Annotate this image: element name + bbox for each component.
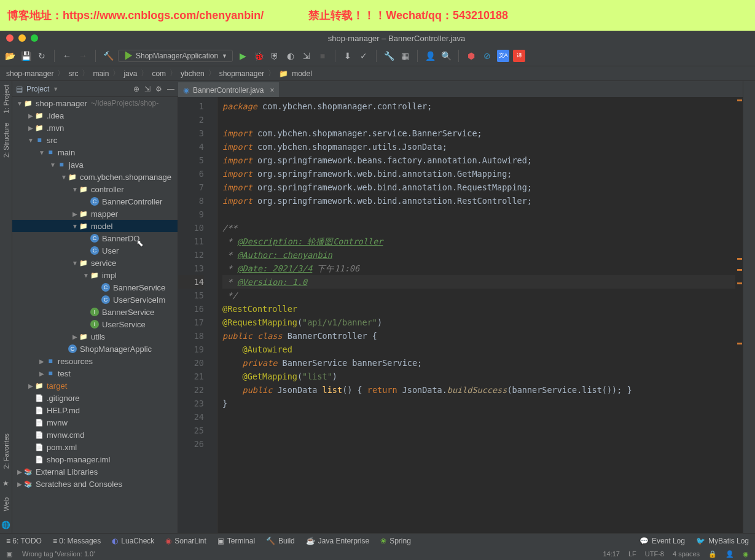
tree-node-pom-xml[interactable]: pom.xml (12, 441, 178, 453)
star-icon[interactable]: ★ (2, 479, 9, 488)
tree-node-controller[interactable]: ▼controller (12, 183, 178, 195)
tree-node-mapper[interactable]: ▶mapper (12, 208, 178, 220)
bottom-tab-java-ee[interactable]: ☕Java Enterprise (306, 537, 369, 545)
tree-node-external[interactable]: ▶📚External Libraries (12, 465, 178, 478)
bottom-tab-mybatis[interactable]: 🐦MyBatis Log (696, 537, 749, 545)
left-tab-favorites[interactable]: 2: Favorites (2, 434, 10, 469)
tree-node-impl[interactable]: ▼impl (12, 269, 178, 281)
tree-node-shop-manager-iml[interactable]: shop-manager.iml (12, 453, 178, 465)
back-icon[interactable]: ← (61, 50, 73, 62)
editor-tab[interactable]: ◉ BannerController.java × (178, 82, 279, 97)
bottom-tab-terminal[interactable]: ▣Terminal (217, 537, 255, 545)
bottom-tab-todo[interactable]: ≡ 6: TODO (6, 537, 42, 545)
crumb[interactable]: model (292, 69, 312, 78)
inspections-icon[interactable]: 👤 (726, 550, 734, 558)
tree-node-mvnw-cmd[interactable]: mvnw.cmd (12, 429, 178, 441)
memory-icon[interactable]: ◉ (743, 550, 749, 558)
minimize-window-icon[interactable] (18, 34, 26, 42)
tree-node-UserService[interactable]: UserService (12, 318, 178, 330)
tree-node-scratches[interactable]: ▶📚Scratches and Consoles (12, 478, 178, 490)
line-separator[interactable]: LF (628, 550, 636, 558)
profile-icon[interactable]: ◐ (284, 50, 297, 62)
tree-node-java[interactable]: ▼java (12, 158, 178, 171)
tree-node-User[interactable]: User (12, 244, 178, 257)
tree-node-mvnw[interactable]: mvnw (12, 416, 178, 429)
crumb[interactable]: java (123, 69, 137, 78)
tree-node--idea[interactable]: ▶.idea (12, 109, 178, 122)
project-combo-icon[interactable]: ▤ (16, 85, 23, 93)
tree-node-src[interactable]: ▼src (12, 134, 178, 146)
tree-node-BannerDO[interactable]: BannerDO (12, 232, 178, 244)
crumb[interactable]: shop-manager (6, 69, 53, 78)
run-icon[interactable]: ▶ (237, 50, 249, 62)
deactivate-icon[interactable]: ⊘ (481, 50, 493, 62)
tree-node-HELP-md[interactable]: HELP.md (12, 404, 178, 416)
crumb[interactable]: src (68, 69, 78, 78)
select-opened-icon[interactable]: ⊕ (133, 85, 139, 93)
tree-node-BannerService[interactable]: BannerService (12, 306, 178, 318)
close-tab-icon[interactable]: × (270, 86, 274, 95)
search-icon[interactable]: 🔍 (440, 50, 452, 62)
bottom-tab-event-log[interactable]: 💬Event Log (640, 537, 685, 545)
close-window-icon[interactable] (6, 34, 14, 42)
tree-node-com-ybchen-shopmanage[interactable]: ▼com.ybchen.shopmanage (12, 171, 178, 183)
bottom-tab-luacheck[interactable]: ◐LuaCheck (112, 537, 154, 545)
cursor-position[interactable]: 14:17 (603, 550, 620, 558)
project-tree[interactable]: ▼shop-manager~/IdeaProjects/shop-▶.idea▶… (12, 97, 178, 533)
file-encoding[interactable]: UTF-8 (645, 550, 664, 558)
gear-icon[interactable]: ⚙ (155, 85, 162, 93)
bottom-tab-spring[interactable]: ❀Spring (380, 537, 411, 545)
jrebel-icon[interactable]: ⬢ (465, 50, 477, 62)
vcs-commit-icon[interactable]: ✓ (358, 50, 370, 62)
tree-node-BannerController[interactable]: BannerController (12, 195, 178, 208)
forward-icon[interactable]: → (77, 50, 89, 62)
readonly-lock-icon[interactable]: 🔒 (708, 550, 717, 558)
crumb[interactable]: shopmanager (219, 69, 264, 78)
translate-icon[interactable]: 文A (497, 50, 509, 62)
left-tab-project[interactable]: 1: Project (2, 85, 10, 113)
translate2-icon[interactable]: 译 (513, 50, 525, 62)
tree-node-target[interactable]: ▶target (12, 379, 178, 392)
bottom-tab-build[interactable]: 🔨Build (266, 537, 295, 545)
code-area[interactable]: package com.ybchen.shopmanager.controlle… (217, 97, 743, 533)
avatar-icon[interactable]: 👤 (424, 50, 436, 62)
tree-node-UserServiceIm[interactable]: UserServiceIm (12, 294, 178, 306)
attach-icon[interactable]: ⇲ (300, 50, 313, 62)
crumb[interactable]: ybchen (181, 69, 205, 78)
chevron-down-icon[interactable]: ▼ (53, 86, 58, 92)
crumb[interactable]: com (152, 69, 166, 78)
tree-node-shop-manager[interactable]: ▼shop-manager~/IdeaProjects/shop- (12, 97, 178, 109)
bottom-tab-sonarlint[interactable]: ◉SonarLint (165, 537, 206, 545)
bottom-tab-messages[interactable]: ≡ 0: Messages (53, 537, 101, 545)
tree-node-main[interactable]: ▼main (12, 146, 178, 158)
expand-all-icon[interactable]: ⇲ (144, 85, 151, 93)
open-icon[interactable]: 📂 (4, 50, 16, 62)
hide-panel-icon[interactable]: — (167, 85, 174, 93)
vcs-update-icon[interactable]: ⬇ (342, 50, 354, 62)
tool-windows-icon[interactable]: ▣ (6, 550, 12, 558)
tree-node--gitignore[interactable]: .gitignore (12, 392, 178, 404)
run-config-selector[interactable]: ShopManagerApplication ▼ (118, 50, 233, 62)
tree-node-model[interactable]: ▼model (12, 220, 178, 232)
error-stripe[interactable] (735, 97, 743, 533)
code-editor[interactable]: 1234567891011121314151617181920212223242… (178, 97, 743, 533)
tree-node-service[interactable]: ▼service (12, 257, 178, 269)
maximize-window-icon[interactable] (31, 34, 38, 42)
tree-node-resources[interactable]: ▶resources (12, 355, 178, 367)
globe-icon[interactable]: 🌐 (1, 521, 10, 529)
save-icon[interactable]: 💾 (20, 50, 32, 62)
structure-icon[interactable]: ▦ (399, 50, 411, 62)
indent-setting[interactable]: 4 spaces (673, 550, 700, 558)
left-tab-web[interactable]: Web (2, 497, 10, 511)
sync-icon[interactable]: ↻ (36, 50, 48, 62)
debug-icon[interactable]: 🐞 (252, 50, 265, 62)
stop-icon[interactable]: ■ (316, 50, 329, 62)
tree-node--mvn[interactable]: ▶.mvn (12, 122, 178, 134)
tree-node-test[interactable]: ▶test (12, 367, 178, 379)
tree-node-BannerService[interactable]: BannerService (12, 281, 178, 294)
tree-node-utils[interactable]: ▶utils (12, 330, 178, 343)
coverage-icon[interactable]: ⛨ (268, 50, 281, 62)
project-title[interactable]: Project (26, 85, 49, 93)
build-icon[interactable]: 🔨 (102, 50, 114, 62)
crumb[interactable]: main (93, 69, 109, 78)
